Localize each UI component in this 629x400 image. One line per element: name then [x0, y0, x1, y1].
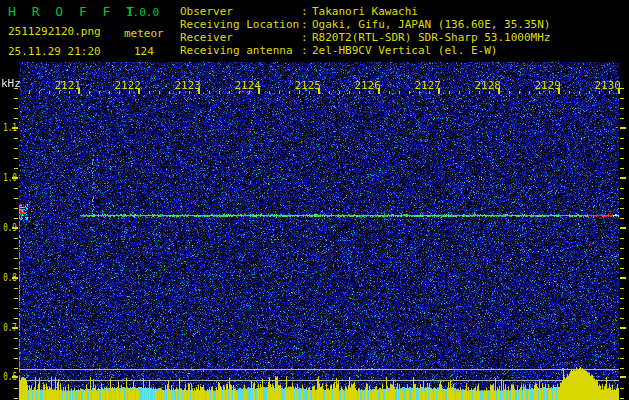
freq-minor-tick-right — [620, 258, 624, 259]
time-major-tick — [438, 88, 440, 94]
freq-major-tick-right — [620, 327, 626, 329]
freq-minor-tick-right — [620, 108, 624, 109]
time-minor-tick — [579, 91, 580, 94]
time-minor-tick — [489, 91, 490, 94]
time-axis-label: 2129 — [531, 79, 561, 92]
info-row-antenna: Receiving antenna:2el-HB9CV Vertical (el… — [180, 44, 497, 57]
time-minor-tick — [589, 91, 590, 94]
time-minor-tick — [219, 91, 220, 94]
freq-minor-tick-right — [620, 288, 624, 289]
colon: : — [301, 18, 312, 31]
time-axis-label: 2123 — [171, 79, 201, 92]
freq-major-tick-right — [620, 376, 626, 378]
freq-minor-tick-right — [620, 268, 624, 269]
time-major-tick — [258, 88, 260, 94]
time-minor-tick — [29, 91, 30, 94]
freq-minor-tick-left — [14, 318, 18, 319]
info-row-observer: Observer:Takanori Kawachi — [180, 5, 418, 18]
freq-minor-tick-right — [620, 88, 624, 89]
freq-minor-tick-right — [620, 208, 624, 209]
freq-minor-tick-right — [620, 218, 624, 219]
freq-minor-tick-left — [14, 158, 18, 159]
freq-minor-tick-left — [14, 218, 18, 219]
hrofft-screenshot: { "header": { "title": "H R O F F T", "v… — [0, 0, 629, 400]
time-minor-tick — [209, 91, 210, 94]
time-minor-tick — [69, 91, 70, 94]
time-minor-tick — [239, 91, 240, 94]
antenna-label: Receiving antenna — [180, 44, 301, 57]
time-minor-tick — [39, 91, 40, 94]
freq-minor-tick-left — [14, 298, 18, 299]
time-minor-tick — [179, 91, 180, 94]
time-minor-tick — [49, 91, 50, 94]
freq-minor-tick-right — [620, 398, 624, 399]
time-minor-tick — [59, 91, 60, 94]
spectrogram-canvas — [19, 62, 619, 400]
time-minor-tick — [339, 91, 340, 94]
time-minor-tick — [429, 91, 430, 94]
receiver-value: R820T2(RTL-SDR) SDR-Sharp 53.1000MHz — [312, 31, 550, 44]
time-minor-tick — [109, 91, 110, 94]
freq-minor-tick-left — [14, 398, 18, 399]
app-title: H R O F F T — [8, 4, 138, 19]
freq-minor-tick-left — [14, 338, 18, 339]
time-minor-tick — [539, 91, 540, 94]
freq-minor-tick-right — [620, 248, 624, 249]
info-row-location: Receiving Location:Ogaki, Gifu, JAPAN (1… — [180, 18, 550, 31]
time-minor-tick — [129, 91, 130, 94]
time-minor-tick — [459, 91, 460, 94]
time-minor-tick — [389, 91, 390, 94]
freq-minor-tick-left — [14, 148, 18, 149]
time-minor-tick — [279, 91, 280, 94]
colon: : — [301, 5, 312, 18]
freq-minor-tick-left — [14, 188, 18, 189]
time-axis-label: 2126 — [351, 79, 381, 92]
freq-minor-tick-right — [620, 308, 624, 309]
freq-minor-tick-left — [14, 268, 18, 269]
freq-minor-tick-right — [620, 198, 624, 199]
colon: : — [301, 44, 312, 57]
freq-minor-tick-right — [620, 348, 624, 349]
time-minor-tick — [409, 91, 410, 94]
receiver-label: Receiver — [180, 31, 301, 44]
app-version: 1.0.0 — [126, 6, 159, 19]
time-major-tick — [558, 88, 560, 94]
freq-major-tick-right — [620, 277, 626, 279]
time-axis-label: 2124 — [231, 79, 261, 92]
freq-major-tick-right — [620, 177, 626, 179]
freq-minor-tick-right — [620, 158, 624, 159]
time-minor-tick — [479, 91, 480, 94]
time-major-tick — [378, 88, 380, 94]
time-minor-tick — [529, 91, 530, 94]
freq-minor-tick-right — [620, 188, 624, 189]
freq-minor-tick-right — [620, 138, 624, 139]
freq-minor-tick-right — [620, 98, 624, 99]
time-major-tick — [318, 88, 320, 94]
time-minor-tick — [309, 91, 310, 94]
freq-minor-tick-left — [14, 248, 18, 249]
time-minor-tick — [299, 91, 300, 94]
freq-minor-tick-right — [620, 388, 624, 389]
freq-minor-tick-left — [14, 388, 18, 389]
freq-minor-tick-left — [14, 288, 18, 289]
output-filename: 2511292120.png — [8, 25, 101, 38]
time-minor-tick — [189, 91, 190, 94]
freq-minor-tick-right — [620, 148, 624, 149]
freq-minor-tick-left — [14, 258, 18, 259]
antenna-value: 2el-HB9CV Vertical (el. E-W) — [312, 44, 497, 57]
freq-minor-tick-left — [14, 208, 18, 209]
time-minor-tick — [519, 91, 520, 94]
time-major-tick — [138, 88, 140, 94]
freq-minor-tick-right — [620, 118, 624, 119]
observer-value: Takanori Kawachi — [312, 5, 418, 18]
time-minor-tick — [229, 91, 230, 94]
info-row-receiver: Receiver:R820T2(RTL-SDR) SDR-Sharp 53.10… — [180, 31, 550, 44]
observer-label: Observer — [180, 5, 301, 18]
time-minor-tick — [169, 91, 170, 94]
time-minor-tick — [349, 91, 350, 94]
freq-minor-tick-left — [14, 368, 18, 369]
time-minor-tick — [369, 91, 370, 94]
header: H R O F F T 1.0.0 2511292120.png meteor … — [0, 0, 629, 62]
freq-minor-tick-right — [620, 298, 624, 299]
time-minor-tick — [289, 91, 290, 94]
